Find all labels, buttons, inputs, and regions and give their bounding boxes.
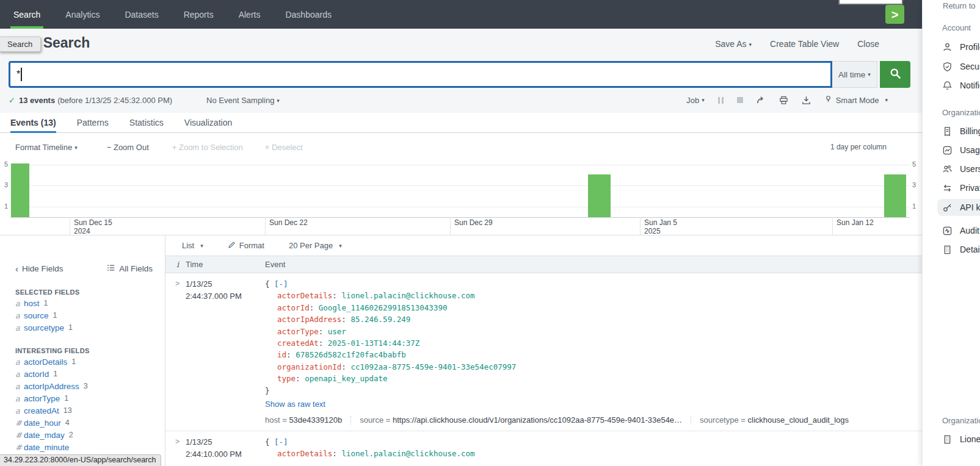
nav-item-analytics[interactable]: Analytics [64,0,101,29]
sidebar-item-details[interactable]: Details [937,241,980,258]
search-button[interactable] [880,61,910,88]
nav-item-search[interactable]: Search [12,0,42,29]
field-item[interactable]: aactorIpAddress3 [0,380,165,392]
print-icon[interactable] [779,96,788,105]
collapse-json-link[interactable]: [-] [274,279,288,289]
section-label: Organization [942,416,980,425]
field-link[interactable]: actorId [24,370,49,379]
x-tick [450,217,451,235]
show-raw-text-link[interactable]: Show as raw text [265,400,325,409]
hide-fields-button[interactable]: ‹Hide Fields [15,264,64,273]
smart-mode-dropdown[interactable]: Smart Mode▾ [824,95,888,105]
tab-events[interactable]: Events (13) [10,113,56,132]
search-input[interactable]: * [9,61,832,88]
all-fields-button[interactable]: All Fields [107,263,153,274]
nav-item-dashboards[interactable]: Dashboards [284,0,333,29]
field-item[interactable]: asourcetype1 [0,321,165,334]
collapse-json-link[interactable]: [-] [274,437,288,446]
sidebar-item-label: Lionel [960,434,980,444]
timeline-bar[interactable] [588,174,611,217]
json-open-line: { [-] [265,436,922,448]
field-item[interactable]: aactorId1 [0,368,165,380]
sidebar-item-notifications[interactable]: Notifications [937,77,980,94]
json-field-line: createdAt: 2025-01-13T14:44:37Z [265,337,922,349]
json-key: organizationId [277,362,341,371]
sidebar-item-security[interactable]: Security [937,58,980,75]
zoom-out-button[interactable]: − Zoom Out [107,143,149,152]
json-key: type [277,374,296,383]
meta-field-source[interactable]: source = https://api.clickhouse.cloud/v1… [360,415,682,425]
timeline-bar[interactable] [884,174,906,217]
timeline-bar[interactable] [11,163,29,217]
field-count: 1 [53,311,57,320]
field-item[interactable]: asource1 [0,309,165,321]
event-sampling-dropdown[interactable]: No Event Sampling▾ [206,96,280,105]
sidebar-item-audit[interactable]: Audit [937,222,980,239]
field-link[interactable]: date_minute [24,443,69,452]
format-results-button[interactable]: Format [228,241,264,251]
sidebar-item-profile[interactable]: Profile [937,38,980,56]
tab-statistics[interactable]: Statistics [129,113,164,132]
export-download-icon[interactable] [802,96,811,105]
event-cell: { [-]actorDetails: lionel.palacin@clickh… [265,278,922,425]
job-menu-button[interactable]: Job▾ [686,96,705,105]
meta-field-sourcetype[interactable]: sourcetype = clickhouse_cloud_audit_logs [700,415,849,425]
field-type-prefix: a [15,323,24,332]
tab-visualization[interactable]: Visualization [184,113,232,132]
json-value: lionel.palacin@clickhouse.com [341,449,474,458]
field-link[interactable]: date_mday [24,431,65,440]
field-item[interactable]: aactorDetails1 [0,356,165,368]
field-link[interactable]: source [24,311,49,320]
nav-item-alerts[interactable]: Alerts [238,0,262,29]
field-link[interactable]: sourcetype [24,323,64,332]
field-link[interactable]: actorIpAddress [24,382,79,391]
section-label: Organization [942,108,980,117]
gridline [10,207,910,207]
time-range-picker[interactable]: All time▾ [832,61,877,88]
field-link[interactable]: actorDetails [24,357,67,367]
tab-patterns[interactable]: Patterns [77,113,109,132]
field-link[interactable]: host [24,299,40,308]
nav-item-reports[interactable]: Reports [183,0,215,29]
field-link[interactable]: actorType [24,394,60,403]
json-key: actorDetails [277,291,332,300]
share-icon[interactable] [757,96,766,105]
field-item[interactable]: #date_hour4 [0,417,165,429]
format-timeline-dropdown[interactable]: Format Timeline▾ [15,143,78,152]
json-field-line: type: openapi_key_update [265,373,922,384]
timeline-chart[interactable]: 553311Sun Dec 15 2024Sun Dec 22Sun Dec 2… [0,157,922,235]
sidebar-item-users[interactable]: Users [937,160,980,177]
col-time: Time [186,260,265,269]
nav-find-input[interactable] [838,0,903,5]
event-count-window: (before 1/13/25 2:45:32.000 PM) [57,96,172,105]
selected-fields-list: ahost1asource1asourcetype1 [0,297,165,334]
field-link[interactable]: date_hour [24,418,61,428]
sidebar-item-label: Details [960,245,980,254]
nav-item-datasets[interactable]: Datasets [123,0,159,29]
field-item[interactable]: ahost1 [0,297,165,309]
field-count: 3 [84,382,88,390]
meta-field-host[interactable]: host = 53de4339120b [265,415,342,425]
field-item[interactable]: #date_mday2 [0,429,165,441]
sidebar-item-usage[interactable]: Usage [937,142,980,159]
field-item[interactable]: acreatedAt13 [0,404,165,417]
expand-chevron-icon[interactable]: > [165,436,186,461]
field-link[interactable]: createdAt [24,406,59,415]
chevron-left-icon: ‹ [15,264,18,273]
event-count: 13 events [19,96,55,105]
return-to-link[interactable]: Return to [943,1,975,10]
close-button[interactable]: Close [857,39,879,49]
json-value: 85.246.59.249 [350,315,410,324]
save-as-button[interactable]: Save As▾ [715,39,752,49]
sidebar-item-lionel[interactable]: Lionel [937,431,980,448]
list-view-dropdown[interactable]: List▾ [182,241,203,250]
field-item[interactable]: aactorType1 [0,392,165,404]
field-item[interactable]: #date_minute [0,441,165,453]
sidebar-item-billing[interactable]: Billing [937,123,980,140]
sidebar-item-api-keys[interactable]: API keys [937,199,980,216]
sidebar-item-private[interactable]: Private [937,179,980,196]
create-table-view-button[interactable]: Create Table View [770,39,839,49]
expand-chevron-icon[interactable]: > [165,278,186,425]
y-axis-label: 5 [1,160,8,168]
per-page-dropdown[interactable]: 20 Per Page▾ [289,241,342,250]
